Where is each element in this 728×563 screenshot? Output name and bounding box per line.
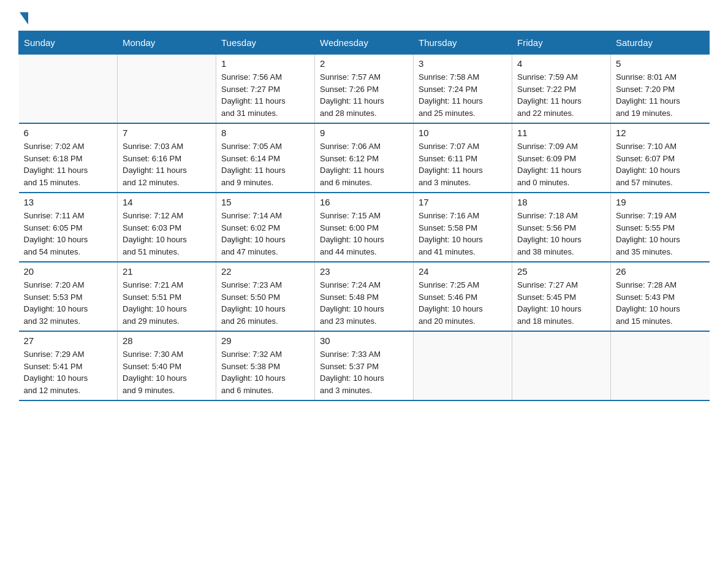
- calendar-cell: 8Sunrise: 7:05 AM Sunset: 6:14 PM Daylig…: [216, 123, 315, 193]
- day-info: Sunrise: 7:07 AM Sunset: 6:11 PM Dayligh…: [419, 140, 507, 188]
- day-info: Sunrise: 7:16 AM Sunset: 5:58 PM Dayligh…: [419, 210, 507, 258]
- day-info: Sunrise: 7:12 AM Sunset: 6:03 PM Dayligh…: [123, 210, 211, 258]
- day-info: Sunrise: 7:05 AM Sunset: 6:14 PM Dayligh…: [221, 140, 309, 188]
- calendar-cell: [19, 55, 118, 124]
- calendar-cell: 5Sunrise: 8:01 AM Sunset: 7:20 PM Daylig…: [611, 55, 710, 124]
- calendar-cell: 27Sunrise: 7:29 AM Sunset: 5:41 PM Dayli…: [19, 331, 118, 400]
- day-info: Sunrise: 7:25 AM Sunset: 5:46 PM Dayligh…: [419, 279, 507, 327]
- day-number: 22: [221, 266, 309, 277]
- day-info: Sunrise: 7:56 AM Sunset: 7:27 PM Dayligh…: [221, 71, 309, 119]
- calendar-cell: 9Sunrise: 7:06 AM Sunset: 6:12 PM Daylig…: [315, 123, 414, 193]
- day-info: Sunrise: 7:15 AM Sunset: 6:00 PM Dayligh…: [320, 210, 408, 258]
- header-tuesday: Tuesday: [216, 31, 315, 55]
- day-number: 30: [320, 335, 408, 346]
- header-friday: Friday: [512, 31, 611, 55]
- day-info: Sunrise: 7:11 AM Sunset: 6:05 PM Dayligh…: [24, 210, 113, 258]
- calendar-cell: 22Sunrise: 7:23 AM Sunset: 5:50 PM Dayli…: [216, 262, 315, 331]
- day-number: 8: [221, 128, 309, 138]
- calendar-header: SundayMondayTuesdayWednesdayThursdayFrid…: [19, 31, 710, 55]
- day-number: 1: [221, 58, 309, 69]
- calendar-cell: 4Sunrise: 7:59 AM Sunset: 7:22 PM Daylig…: [512, 55, 611, 124]
- calendar-cell: 23Sunrise: 7:24 AM Sunset: 5:48 PM Dayli…: [315, 262, 414, 331]
- header-thursday: Thursday: [414, 31, 512, 55]
- week-row-5: 27Sunrise: 7:29 AM Sunset: 5:41 PM Dayli…: [19, 331, 710, 400]
- calendar-cell: 14Sunrise: 7:12 AM Sunset: 6:03 PM Dayli…: [118, 193, 216, 262]
- calendar-cell: 30Sunrise: 7:33 AM Sunset: 5:37 PM Dayli…: [315, 331, 414, 400]
- calendar-cell: 24Sunrise: 7:25 AM Sunset: 5:46 PM Dayli…: [414, 262, 512, 331]
- day-info: Sunrise: 7:21 AM Sunset: 5:51 PM Dayligh…: [123, 279, 211, 327]
- calendar-cell: 17Sunrise: 7:16 AM Sunset: 5:58 PM Dayli…: [414, 193, 512, 262]
- day-number: 26: [616, 266, 705, 277]
- calendar-cell: 19Sunrise: 7:19 AM Sunset: 5:55 PM Dayli…: [611, 193, 710, 262]
- day-info: Sunrise: 7:14 AM Sunset: 6:02 PM Dayligh…: [221, 210, 309, 258]
- day-number: 2: [320, 58, 408, 69]
- day-number: 9: [320, 128, 408, 138]
- header-monday: Monday: [118, 31, 216, 55]
- day-number: 28: [123, 335, 211, 346]
- calendar-cell: 13Sunrise: 7:11 AM Sunset: 6:05 PM Dayli…: [19, 193, 118, 262]
- day-info: Sunrise: 7:02 AM Sunset: 6:18 PM Dayligh…: [24, 140, 113, 188]
- day-info: Sunrise: 7:58 AM Sunset: 7:24 PM Dayligh…: [419, 71, 507, 119]
- day-number: 5: [616, 58, 705, 69]
- day-info: Sunrise: 7:57 AM Sunset: 7:26 PM Dayligh…: [320, 71, 408, 119]
- day-info: Sunrise: 7:27 AM Sunset: 5:45 PM Dayligh…: [517, 279, 605, 327]
- calendar-cell: 20Sunrise: 7:20 AM Sunset: 5:53 PM Dayli…: [19, 262, 118, 331]
- day-info: Sunrise: 7:29 AM Sunset: 5:41 PM Dayligh…: [24, 348, 113, 396]
- day-info: Sunrise: 7:20 AM Sunset: 5:53 PM Dayligh…: [24, 279, 113, 327]
- day-number: 6: [24, 128, 113, 138]
- day-number: 25: [517, 266, 605, 277]
- calendar-cell: [512, 331, 611, 400]
- day-number: 21: [123, 266, 211, 277]
- week-row-1: 1Sunrise: 7:56 AM Sunset: 7:27 PM Daylig…: [19, 55, 710, 124]
- header-saturday: Saturday: [611, 31, 710, 55]
- day-info: Sunrise: 7:18 AM Sunset: 5:56 PM Dayligh…: [517, 210, 605, 258]
- day-number: 17: [419, 197, 507, 207]
- day-number: 4: [517, 58, 605, 69]
- calendar-cell: 2Sunrise: 7:57 AM Sunset: 7:26 PM Daylig…: [315, 55, 414, 124]
- week-row-4: 20Sunrise: 7:20 AM Sunset: 5:53 PM Dayli…: [19, 262, 710, 331]
- calendar-table: SundayMondayTuesdayWednesdayThursdayFrid…: [18, 31, 710, 401]
- week-row-2: 6Sunrise: 7:02 AM Sunset: 6:18 PM Daylig…: [19, 123, 710, 193]
- day-info: Sunrise: 7:09 AM Sunset: 6:09 PM Dayligh…: [517, 140, 605, 188]
- header-sunday: Sunday: [19, 31, 118, 55]
- calendar-cell: 3Sunrise: 7:58 AM Sunset: 7:24 PM Daylig…: [414, 55, 512, 124]
- header-wednesday: Wednesday: [315, 31, 414, 55]
- day-number: 19: [616, 197, 705, 207]
- calendar-cell: 11Sunrise: 7:09 AM Sunset: 6:09 PM Dayli…: [512, 123, 611, 193]
- logo: [18, 12, 29, 25]
- day-number: 16: [320, 197, 408, 207]
- day-number: 13: [24, 197, 113, 207]
- day-info: Sunrise: 7:33 AM Sunset: 5:37 PM Dayligh…: [320, 348, 408, 396]
- calendar-cell: 7Sunrise: 7:03 AM Sunset: 6:16 PM Daylig…: [118, 123, 216, 193]
- calendar-cell: [414, 331, 512, 400]
- day-number: 23: [320, 266, 408, 277]
- day-number: 27: [24, 335, 113, 346]
- day-info: Sunrise: 8:01 AM Sunset: 7:20 PM Dayligh…: [616, 71, 705, 119]
- day-number: 12: [616, 128, 705, 138]
- calendar-cell: 1Sunrise: 7:56 AM Sunset: 7:27 PM Daylig…: [216, 55, 315, 124]
- day-number: 24: [419, 266, 507, 277]
- calendar-cell: 26Sunrise: 7:28 AM Sunset: 5:43 PM Dayli…: [611, 262, 710, 331]
- day-info: Sunrise: 7:28 AM Sunset: 5:43 PM Dayligh…: [616, 279, 705, 327]
- day-info: Sunrise: 7:59 AM Sunset: 7:22 PM Dayligh…: [517, 71, 605, 119]
- calendar-cell: 15Sunrise: 7:14 AM Sunset: 6:02 PM Dayli…: [216, 193, 315, 262]
- calendar-cell: 25Sunrise: 7:27 AM Sunset: 5:45 PM Dayli…: [512, 262, 611, 331]
- calendar-cell: 16Sunrise: 7:15 AM Sunset: 6:00 PM Dayli…: [315, 193, 414, 262]
- day-number: 11: [517, 128, 605, 138]
- day-info: Sunrise: 7:32 AM Sunset: 5:38 PM Dayligh…: [221, 348, 309, 396]
- calendar-cell: 21Sunrise: 7:21 AM Sunset: 5:51 PM Dayli…: [118, 262, 216, 331]
- day-number: 18: [517, 197, 605, 207]
- calendar-body: 1Sunrise: 7:56 AM Sunset: 7:27 PM Daylig…: [19, 55, 710, 401]
- logo-arrow-icon: [20, 12, 28, 25]
- calendar-cell: 10Sunrise: 7:07 AM Sunset: 6:11 PM Dayli…: [414, 123, 512, 193]
- calendar-cell: 6Sunrise: 7:02 AM Sunset: 6:18 PM Daylig…: [19, 123, 118, 193]
- day-number: 10: [419, 128, 507, 138]
- calendar-cell: [118, 55, 216, 124]
- calendar-cell: 29Sunrise: 7:32 AM Sunset: 5:38 PM Dayli…: [216, 331, 315, 400]
- day-info: Sunrise: 7:23 AM Sunset: 5:50 PM Dayligh…: [221, 279, 309, 327]
- day-info: Sunrise: 7:03 AM Sunset: 6:16 PM Dayligh…: [123, 140, 211, 188]
- header-row: SundayMondayTuesdayWednesdayThursdayFrid…: [19, 31, 710, 55]
- day-info: Sunrise: 7:24 AM Sunset: 5:48 PM Dayligh…: [320, 279, 408, 327]
- week-row-3: 13Sunrise: 7:11 AM Sunset: 6:05 PM Dayli…: [19, 193, 710, 262]
- calendar-cell: 12Sunrise: 7:10 AM Sunset: 6:07 PM Dayli…: [611, 123, 710, 193]
